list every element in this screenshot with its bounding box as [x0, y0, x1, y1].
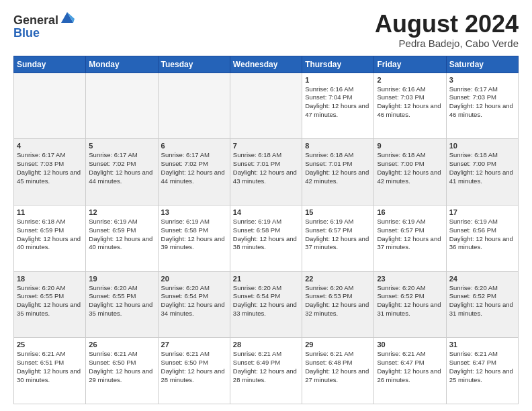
- day-header-monday: Monday: [86, 56, 158, 73]
- day-header-tuesday: Tuesday: [158, 56, 230, 73]
- calendar-cell: 9Sunrise: 6:18 AM Sunset: 7:00 PM Daylig…: [374, 139, 446, 205]
- cell-content: Sunrise: 6:18 AM Sunset: 7:01 PM Dayligh…: [305, 151, 371, 185]
- day-number: 12: [89, 208, 154, 216]
- calendar-cell: 7Sunrise: 6:18 AM Sunset: 7:01 PM Daylig…: [230, 139, 302, 205]
- cell-content: Sunrise: 6:19 AM Sunset: 6:59 PM Dayligh…: [89, 218, 154, 252]
- logo-general: General: [13, 13, 58, 27]
- header: General Blue August 2024 Pedra Badejo, C…: [13, 11, 519, 49]
- calendar-cell: 28Sunrise: 6:21 AM Sunset: 6:49 PM Dayli…: [230, 338, 302, 404]
- cell-content: Sunrise: 6:20 AM Sunset: 6:55 PM Dayligh…: [17, 284, 83, 318]
- day-number: 31: [449, 340, 515, 349]
- cell-content: Sunrise: 6:18 AM Sunset: 6:59 PM Dayligh…: [17, 218, 83, 252]
- day-header-wednesday: Wednesday: [230, 56, 302, 73]
- cell-content: Sunrise: 6:19 AM Sunset: 6:57 PM Dayligh…: [305, 218, 371, 252]
- day-number: 2: [377, 76, 443, 84]
- calendar-header-row: SundayMondayTuesdayWednesdayThursdayFrid…: [14, 56, 519, 73]
- cell-content: Sunrise: 6:17 AM Sunset: 7:03 PM Dayligh…: [449, 85, 515, 120]
- calendar-cell: 15Sunrise: 6:19 AM Sunset: 6:57 PM Dayli…: [302, 205, 374, 271]
- calendar-cell: [86, 73, 158, 139]
- day-number: 18: [17, 275, 83, 283]
- day-number: 15: [305, 208, 371, 216]
- cell-content: Sunrise: 6:16 AM Sunset: 7:04 PM Dayligh…: [305, 85, 371, 120]
- calendar-cell: 17Sunrise: 6:19 AM Sunset: 6:56 PM Dayli…: [446, 205, 518, 271]
- day-number: 23: [377, 275, 443, 283]
- day-number: 25: [17, 340, 83, 349]
- cell-content: Sunrise: 6:20 AM Sunset: 6:53 PM Dayligh…: [305, 284, 371, 318]
- calendar-cell: 18Sunrise: 6:20 AM Sunset: 6:55 PM Dayli…: [14, 271, 86, 338]
- day-header-saturday: Saturday: [446, 56, 518, 73]
- calendar-cell: [230, 73, 302, 139]
- calendar-cell: 2Sunrise: 6:16 AM Sunset: 7:03 PM Daylig…: [374, 73, 446, 139]
- day-number: 9: [377, 142, 443, 150]
- cell-content: Sunrise: 6:21 AM Sunset: 6:48 PM Dayligh…: [305, 350, 371, 384]
- day-number: 30: [377, 340, 443, 349]
- calendar-cell: 3Sunrise: 6:17 AM Sunset: 7:03 PM Daylig…: [446, 73, 518, 139]
- calendar-cell: 21Sunrise: 6:20 AM Sunset: 6:54 PM Dayli…: [230, 271, 302, 338]
- day-number: 4: [17, 142, 83, 150]
- cell-content: Sunrise: 6:19 AM Sunset: 6:58 PM Dayligh…: [161, 218, 227, 252]
- calendar-cell: 22Sunrise: 6:20 AM Sunset: 6:53 PM Dayli…: [302, 271, 374, 338]
- calendar-cell: 19Sunrise: 6:20 AM Sunset: 6:55 PM Dayli…: [86, 271, 158, 338]
- day-number: 16: [377, 208, 443, 216]
- cell-content: Sunrise: 6:17 AM Sunset: 7:02 PM Dayligh…: [89, 151, 154, 185]
- calendar-table: SundayMondayTuesdayWednesdayThursdayFrid…: [13, 56, 519, 404]
- cell-content: Sunrise: 6:19 AM Sunset: 6:56 PM Dayligh…: [449, 218, 515, 252]
- calendar-cell: 10Sunrise: 6:18 AM Sunset: 7:00 PM Dayli…: [446, 139, 518, 205]
- calendar-cell: 8Sunrise: 6:18 AM Sunset: 7:01 PM Daylig…: [302, 139, 374, 205]
- logo-text: General Blue: [13, 11, 75, 40]
- logo-blue: Blue: [13, 26, 40, 40]
- day-number: 7: [233, 142, 299, 150]
- week-row-0: 1Sunrise: 6:16 AM Sunset: 7:04 PM Daylig…: [14, 73, 519, 139]
- cell-content: Sunrise: 6:21 AM Sunset: 6:49 PM Dayligh…: [233, 350, 299, 384]
- cell-content: Sunrise: 6:17 AM Sunset: 7:02 PM Dayligh…: [161, 151, 227, 185]
- day-number: 10: [449, 142, 515, 150]
- title-block: August 2024 Pedra Badejo, Cabo Verde: [375, 11, 519, 49]
- day-number: 29: [305, 340, 371, 349]
- day-number: 26: [89, 340, 154, 349]
- calendar-cell: 20Sunrise: 6:20 AM Sunset: 6:54 PM Dayli…: [158, 271, 230, 338]
- calendar-cell: 25Sunrise: 6:21 AM Sunset: 6:51 PM Dayli…: [14, 338, 86, 404]
- day-number: 1: [305, 76, 371, 84]
- cell-content: Sunrise: 6:19 AM Sunset: 6:57 PM Dayligh…: [377, 218, 443, 252]
- week-row-3: 18Sunrise: 6:20 AM Sunset: 6:55 PM Dayli…: [14, 271, 519, 338]
- cell-content: Sunrise: 6:16 AM Sunset: 7:03 PM Dayligh…: [377, 85, 443, 120]
- day-number: 24: [449, 275, 515, 283]
- cell-content: Sunrise: 6:18 AM Sunset: 7:01 PM Dayligh…: [233, 151, 299, 185]
- day-header-sunday: Sunday: [14, 56, 86, 73]
- cell-content: Sunrise: 6:21 AM Sunset: 6:47 PM Dayligh…: [377, 350, 443, 384]
- calendar-cell: [14, 73, 86, 139]
- calendar-cell: [158, 73, 230, 139]
- cell-content: Sunrise: 6:20 AM Sunset: 6:55 PM Dayligh…: [89, 284, 154, 318]
- week-row-1: 4Sunrise: 6:17 AM Sunset: 7:03 PM Daylig…: [14, 139, 519, 205]
- day-number: 22: [305, 275, 371, 283]
- calendar-cell: 6Sunrise: 6:17 AM Sunset: 7:02 PM Daylig…: [158, 139, 230, 205]
- cell-content: Sunrise: 6:21 AM Sunset: 6:51 PM Dayligh…: [17, 350, 83, 384]
- calendar-cell: 23Sunrise: 6:20 AM Sunset: 6:52 PM Dayli…: [374, 271, 446, 338]
- day-number: 11: [17, 208, 83, 216]
- calendar-cell: 27Sunrise: 6:21 AM Sunset: 6:50 PM Dayli…: [158, 338, 230, 404]
- page: General Blue August 2024 Pedra Badejo, C…: [0, 0, 532, 411]
- day-number: 5: [89, 142, 154, 150]
- day-number: 6: [161, 142, 227, 150]
- day-number: 28: [233, 340, 299, 349]
- day-number: 21: [233, 275, 299, 283]
- week-row-2: 11Sunrise: 6:18 AM Sunset: 6:59 PM Dayli…: [14, 205, 519, 271]
- day-number: 19: [89, 275, 154, 283]
- logo-icon: [60, 9, 75, 24]
- week-row-4: 25Sunrise: 6:21 AM Sunset: 6:51 PM Dayli…: [14, 338, 519, 404]
- calendar-cell: 5Sunrise: 6:17 AM Sunset: 7:02 PM Daylig…: [86, 139, 158, 205]
- calendar-cell: 24Sunrise: 6:20 AM Sunset: 6:52 PM Dayli…: [446, 271, 518, 338]
- calendar-cell: 11Sunrise: 6:18 AM Sunset: 6:59 PM Dayli…: [14, 205, 86, 271]
- day-number: 13: [161, 208, 227, 216]
- cell-content: Sunrise: 6:17 AM Sunset: 7:03 PM Dayligh…: [17, 151, 83, 185]
- cell-content: Sunrise: 6:21 AM Sunset: 6:47 PM Dayligh…: [449, 350, 515, 384]
- location: Pedra Badejo, Cabo Verde: [375, 38, 519, 49]
- calendar-cell: 26Sunrise: 6:21 AM Sunset: 6:50 PM Dayli…: [86, 338, 158, 404]
- cell-content: Sunrise: 6:21 AM Sunset: 6:50 PM Dayligh…: [89, 350, 154, 384]
- logo: General Blue: [13, 11, 75, 40]
- day-number: 27: [161, 340, 227, 349]
- calendar-cell: 31Sunrise: 6:21 AM Sunset: 6:47 PM Dayli…: [446, 338, 518, 404]
- day-number: 17: [449, 208, 515, 216]
- cell-content: Sunrise: 6:18 AM Sunset: 7:00 PM Dayligh…: [449, 151, 515, 185]
- calendar-cell: 12Sunrise: 6:19 AM Sunset: 6:59 PM Dayli…: [86, 205, 158, 271]
